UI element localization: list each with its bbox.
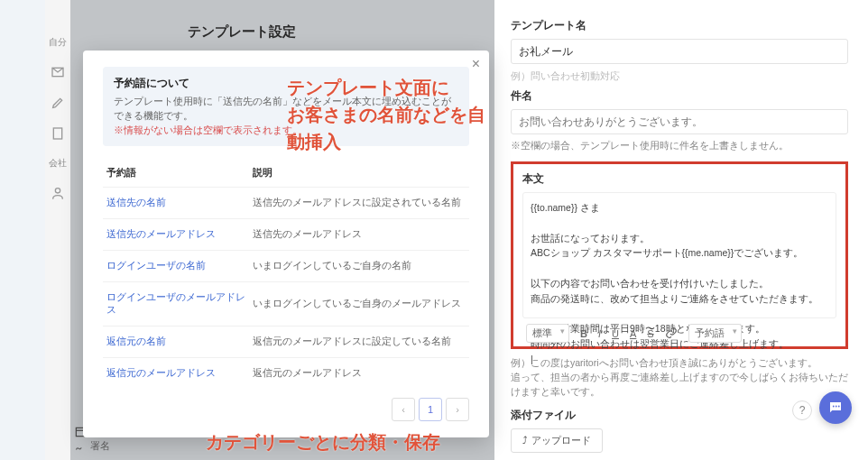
sidebar-signature-label: 署名	[90, 439, 110, 453]
svg-rect-1	[53, 128, 61, 139]
template-name-input[interactable]	[511, 39, 848, 64]
name-label: テンプレート名	[511, 18, 848, 33]
col-key: 予約語	[103, 159, 249, 188]
svg-point-5	[836, 406, 837, 408]
close-icon[interactable]: ×	[472, 56, 480, 72]
name-example: 例）問い合わせ初動対応	[511, 69, 848, 83]
table-row[interactable]: 返信元のメールアドレス	[103, 358, 249, 390]
chat-fab[interactable]	[819, 391, 852, 424]
table-row[interactable]: 返信元の名前	[103, 327, 249, 358]
col-desc: 説明	[249, 159, 469, 188]
subject-note: ※空欄の場合、テンプレート使用時に件名を上書きしません。	[511, 140, 848, 152]
signature-icon	[74, 440, 87, 453]
style-select[interactable]: 標準	[526, 324, 569, 343]
table-row[interactable]: ログインユーザのメールアドレス	[103, 282, 249, 327]
user-icon[interactable]	[51, 186, 65, 200]
sidebar-signature-item[interactable]: 署名	[74, 439, 110, 453]
pager-page-1[interactable]: 1	[419, 398, 442, 421]
subject-label: 件名	[511, 88, 848, 104]
help-button[interactable]: ?	[792, 400, 812, 420]
document-icon[interactable]	[51, 126, 65, 141]
right-pane: テンプレート名 例）問い合わせ初動対応 件名 ※空欄の場合、テンプレート使用時に…	[494, 0, 868, 460]
italic-button[interactable]: I	[598, 328, 601, 339]
svg-point-6	[838, 406, 840, 408]
inbox-icon[interactable]	[51, 65, 65, 79]
link-icon	[665, 327, 678, 339]
body-label: 本文	[522, 171, 836, 187]
rail-section: 自分	[49, 36, 67, 49]
pager-next[interactable]: ›	[446, 398, 469, 421]
upload-button[interactable]: ⤴アップロード	[511, 428, 603, 453]
body-editor[interactable]: {{to.name}} さま お世話になっております。 ABCショップ カスタマ…	[522, 192, 836, 318]
bold-button[interactable]: B	[580, 328, 587, 339]
annotation-body: テンプレート文面に お客さまの名前などを自動挿入	[287, 74, 494, 155]
underline-button[interactable]: U	[612, 328, 619, 339]
reserved-words-table: 予約語 説明 送信先の名前送信先のメールアドレスに設定されている名前 送信先のメ…	[103, 159, 469, 389]
link-button[interactable]	[665, 327, 678, 341]
rail-section2: 会社	[49, 157, 67, 170]
strike-button[interactable]: S	[647, 328, 653, 339]
table-row[interactable]: ログインユーザの名前	[103, 251, 249, 282]
left-rail: 自分 会社	[45, 0, 70, 460]
svg-point-4	[833, 406, 835, 408]
font-color-button[interactable]: A	[630, 328, 636, 339]
body-example: 例）この度はyaritoriへお問い合わせ頂き誠にありがとうございます。 追って…	[511, 356, 848, 399]
subject-input[interactable]	[511, 109, 848, 134]
svg-point-2	[55, 189, 60, 193]
table-row[interactable]: 送信先のメールアドレス	[103, 219, 249, 251]
pager: ‹ 1 ›	[103, 398, 469, 421]
left-pane: テンプレート設定 テンプレート 署名 × 予約語について テンプレート使用時に「…	[70, 0, 494, 460]
pager-prev[interactable]: ‹	[392, 398, 415, 421]
body-highlight: 本文 {{to.name}} さま お世話になっております。 ABCショップ カ…	[511, 161, 848, 349]
table-row[interactable]: 送信先の名前	[103, 188, 249, 219]
annotation-category: カテゴリーごとに分類・保存	[206, 430, 440, 455]
chat-icon	[827, 400, 844, 416]
edit-icon[interactable]	[51, 96, 65, 110]
page-title: テンプレート設定	[70, 18, 494, 55]
reserved-select[interactable]: 予約語	[688, 324, 742, 343]
